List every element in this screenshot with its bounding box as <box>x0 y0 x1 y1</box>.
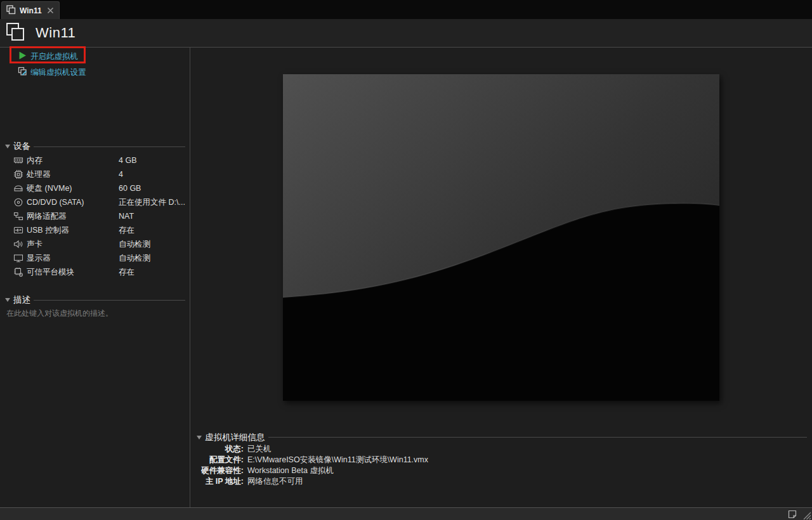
collapse-triangle-icon <box>5 298 10 302</box>
description-section-header[interactable]: 描述 <box>5 294 185 306</box>
sidebar: 开启此虚拟机 编辑虚拟机设置 设备 <box>0 48 190 507</box>
collapse-triangle-icon <box>5 145 10 148</box>
detail-value: 网络信息不可用 <box>247 476 303 487</box>
device-label: 处理器 <box>27 169 51 180</box>
device-value: NAT <box>119 212 134 221</box>
vm-details-section: 虚拟机详细信息 状态: 已关机 配置文件: E:\VMwareISO安装镜像\W… <box>197 432 807 487</box>
device-value: 自动检测 <box>119 253 150 264</box>
device-row-disk[interactable]: 硬盘 (NVMe) 60 GB <box>0 181 190 195</box>
tab-win11[interactable]: Win11 <box>1 1 60 19</box>
edit-vm-settings-link[interactable]: 编辑虚拟机设置 <box>18 67 86 78</box>
cpu-icon <box>13 169 23 179</box>
display-icon <box>13 253 23 263</box>
content: 开启此虚拟机 编辑虚拟机设置 设备 <box>0 48 812 507</box>
device-label: 声卡 <box>27 239 43 250</box>
device-label: 可信平台模块 <box>27 267 74 278</box>
detail-value: Workstation Beta 虚拟机 <box>247 465 334 476</box>
section-rule <box>268 437 808 438</box>
detail-row-ip: 主 IP 地址: 网络信息不可用 <box>197 476 807 487</box>
edit-settings-icon <box>18 67 27 78</box>
tab-close-icon[interactable] <box>47 7 54 14</box>
message-log-icon[interactable] <box>788 510 797 520</box>
devices-section-header[interactable]: 设备 <box>5 141 185 152</box>
cd-icon <box>13 197 23 207</box>
resize-grip-icon[interactable] <box>803 511 811 520</box>
play-icon <box>18 51 27 62</box>
tab-label: Win11 <box>20 6 42 15</box>
device-label: 显示器 <box>27 253 51 264</box>
power-on-vm-label: 开启此虚拟机 <box>30 51 78 62</box>
detail-label: 硬件兼容性: <box>197 465 244 476</box>
description-placeholder[interactable]: 在此处键入对该虚拟机的描述。 <box>6 308 113 319</box>
device-label: CD/DVD (SATA) <box>27 198 84 207</box>
main-panel: 虚拟机详细信息 状态: 已关机 配置文件: E:\VMwareISO安装镜像\W… <box>190 48 812 507</box>
detail-label: 配置文件: <box>197 455 244 465</box>
status-bar <box>0 507 812 520</box>
device-value: 存在 <box>119 267 134 278</box>
detail-row-config-file: 配置文件: E:\VMwareISO安装镜像\Win11测试环境\Win11.v… <box>197 455 807 465</box>
page-title: Win11 <box>36 25 75 41</box>
device-row-display[interactable]: 显示器 自动检测 <box>0 251 190 265</box>
detail-value: 已关机 <box>247 444 272 455</box>
collapse-triangle-icon <box>197 436 202 439</box>
vm-icon <box>6 4 16 17</box>
usb-icon <box>13 225 23 235</box>
device-row-network[interactable]: 网络适配器 NAT <box>0 209 190 223</box>
description-section-label: 描述 <box>13 294 30 306</box>
vm-details-label: 虚拟机详细信息 <box>205 432 265 443</box>
device-value: 4 <box>119 170 123 179</box>
sound-icon <box>13 239 23 249</box>
device-list: 内存 4 GB 处理器 4 <box>0 153 190 279</box>
device-value: 60 GB <box>119 184 141 193</box>
device-row-usb[interactable]: USB 控制器 存在 <box>0 223 190 237</box>
tpm-icon <box>13 267 23 277</box>
detail-label: 主 IP 地址: <box>197 476 244 487</box>
device-row-memory[interactable]: 内存 4 GB <box>0 153 190 167</box>
device-value: 存在 <box>119 225 134 236</box>
section-rule <box>34 146 185 147</box>
device-row-tpm[interactable]: 可信平台模块 存在 <box>0 265 190 279</box>
vm-preview-screen[interactable] <box>283 74 719 401</box>
device-value: 正在使用文件 D:\... <box>119 197 185 208</box>
device-label: 网络适配器 <box>27 211 67 222</box>
detail-label: 状态: <box>197 444 244 455</box>
detail-value: E:\VMwareISO安装镜像\Win11测试环境\Win11.vmx <box>247 455 428 465</box>
memory-icon <box>13 155 23 166</box>
detail-row-state: 状态: 已关机 <box>197 444 807 455</box>
power-on-vm-link[interactable]: 开启此虚拟机 <box>18 51 78 62</box>
device-value: 自动检测 <box>119 239 150 250</box>
device-row-cpu[interactable]: 处理器 4 <box>0 167 190 181</box>
tab-bar: Win11 <box>0 0 812 19</box>
vm-header: Win11 <box>0 19 812 48</box>
disk-icon <box>13 183 23 193</box>
device-label: 内存 <box>27 155 43 166</box>
devices-section-label: 设备 <box>13 141 30 152</box>
vm-details-header[interactable]: 虚拟机详细信息 <box>197 432 807 443</box>
device-row-cddvd[interactable]: CD/DVD (SATA) 正在使用文件 D:\... <box>0 195 190 209</box>
device-label: USB 控制器 <box>27 225 69 236</box>
device-value: 4 GB <box>119 156 137 165</box>
section-rule <box>34 300 185 301</box>
device-label: 硬盘 (NVMe) <box>27 183 72 194</box>
network-icon <box>13 211 23 221</box>
device-row-sound[interactable]: 声卡 自动检测 <box>0 237 190 251</box>
detail-row-hw-compat: 硬件兼容性: Workstation Beta 虚拟机 <box>197 465 807 476</box>
vm-icon-large <box>5 22 25 44</box>
edit-vm-settings-label: 编辑虚拟机设置 <box>30 67 86 78</box>
